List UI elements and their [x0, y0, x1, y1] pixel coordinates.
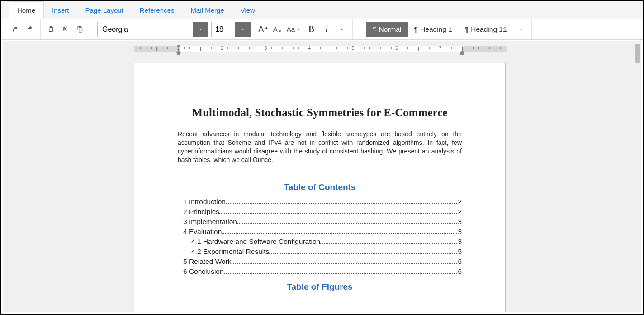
- toc-entry[interactable]: 4.1 Hardware and Software Configuration3: [178, 238, 462, 246]
- toc-leader-dots: [237, 223, 457, 224]
- style-heading11-label: Heading 11: [471, 25, 507, 33]
- vertical-scrollbar[interactable]: [634, 41, 641, 312]
- style-heading1-label: Heading 1: [420, 25, 452, 33]
- change-case-button[interactable]: Aa: [284, 25, 303, 33]
- toc-entry-page: 3: [458, 228, 462, 236]
- toc-entry-page: 6: [458, 267, 462, 276]
- change-case-label: Aa: [287, 25, 295, 33]
- toc-entry[interactable]: 1 Introduction2: [178, 198, 462, 206]
- ruler-number: 5: [352, 46, 355, 51]
- ruler-number: 6: [395, 46, 398, 51]
- table-of-contents: 1 Introduction22 Principles23 Implementa…: [178, 198, 462, 276]
- style-normal-label: Normal: [379, 25, 402, 33]
- ruler-number: 4: [308, 46, 311, 51]
- tab-view[interactable]: View: [232, 1, 263, 19]
- paste-button[interactable]: [43, 21, 58, 38]
- tab-references[interactable]: References: [132, 1, 183, 19]
- ribbon-tabs: Home Insert Page Layout References Mail …: [1, 1, 643, 19]
- toc-entry-label: 3 Implementation: [183, 218, 237, 226]
- font-size-dropdown-icon[interactable]: [235, 22, 251, 37]
- undo-button[interactable]: [9, 21, 23, 38]
- toc-entry-page: 3: [458, 218, 462, 226]
- redo-button[interactable]: [23, 21, 38, 38]
- font-family-select[interactable]: [97, 22, 208, 37]
- first-line-indent-marker[interactable]: [176, 45, 181, 48]
- document-page[interactable]: Multimodal, Stochastic Symmetries for E-…: [134, 63, 506, 312]
- cut-button[interactable]: [58, 21, 72, 38]
- toc-entry[interactable]: 4 Evaluation3: [178, 228, 462, 236]
- document-title: Multimodal, Stochastic Symmetries for E-…: [178, 106, 462, 119]
- toc-heading: Table of Contents: [178, 182, 462, 192]
- toc-leader-dots: [219, 213, 457, 214]
- tof-heading: Table of Figures: [178, 282, 462, 292]
- pilcrow-icon: ¶: [465, 26, 469, 33]
- shrink-font-button[interactable]: A▾: [270, 25, 284, 33]
- ruler-number: 2: [221, 46, 223, 51]
- toc-leader-dots: [224, 273, 457, 274]
- font-family-input[interactable]: [98, 22, 193, 37]
- toc-entry[interactable]: 4.2 Experimental Results5: [178, 248, 462, 256]
- document-abstract: Recent advances in modular technology an…: [178, 130, 462, 164]
- toc-entry-label: 4.2 Experimental Results: [191, 248, 269, 256]
- grow-font-button[interactable]: A▴: [256, 24, 270, 34]
- ruler-number: 3: [265, 46, 267, 51]
- toc-leader-dots: [269, 253, 457, 254]
- tab-home[interactable]: Home: [9, 1, 44, 19]
- bold-button[interactable]: B: [303, 21, 319, 38]
- tab-page-layout[interactable]: Page Layout: [77, 1, 132, 19]
- right-indent-marker[interactable]: [460, 50, 464, 53]
- more-font-button[interactable]: [334, 21, 350, 38]
- toc-entry-label: 2 Principles: [183, 208, 219, 216]
- toc-leader-dots: [320, 243, 457, 244]
- workspace: 1234567 Multimodal, Stochastic Symmetrie…: [3, 41, 641, 312]
- style-normal-button[interactable]: ¶ Normal: [366, 22, 407, 37]
- toc-entry-label: 4.1 Hardware and Software Configuration: [191, 238, 320, 246]
- tab-mail-merge[interactable]: Mail Merge: [183, 1, 232, 19]
- toc-entry[interactable]: 5 Related Work6: [178, 258, 462, 266]
- horizontal-ruler[interactable]: 1234567: [134, 46, 507, 55]
- toc-entry-page: 5: [458, 248, 462, 256]
- style-heading1-button[interactable]: ¶ Heading 1: [408, 22, 459, 37]
- copy-button[interactable]: [72, 21, 87, 38]
- font-size-input[interactable]: [212, 22, 235, 37]
- toc-entry[interactable]: 3 Implementation3: [178, 218, 462, 226]
- toc-entry-page: 3: [458, 238, 462, 246]
- tab-insert[interactable]: Insert: [44, 1, 77, 19]
- toc-entry-label: 5 Related Work: [183, 258, 232, 266]
- font-size-select[interactable]: [211, 22, 251, 37]
- toc-entry-page: 6: [458, 258, 462, 266]
- toc-leader-dots: [232, 263, 457, 264]
- toc-entry[interactable]: 2 Principles2: [178, 208, 462, 216]
- left-indent-marker[interactable]: [176, 50, 181, 53]
- ruler-number: 7: [439, 46, 442, 51]
- toolbar: A▴ A▾ Aa B I ¶ Normal ¶ Heading 1 ¶ Head…: [1, 19, 643, 40]
- styles-dropdown-button[interactable]: [513, 21, 529, 38]
- toc-leader-dots: [226, 203, 457, 204]
- toc-entry[interactable]: 6 Conclusion6: [178, 267, 462, 276]
- pilcrow-icon: ¶: [414, 26, 418, 33]
- toc-entry-label: 1 Introduction: [183, 198, 226, 206]
- toc-entry-page: 2: [458, 208, 462, 216]
- style-heading11-button[interactable]: ¶ Heading 11: [459, 22, 513, 37]
- ruler-corner-icon: [5, 45, 11, 51]
- toc-entry-page: 2: [458, 198, 462, 206]
- toc-leader-dots: [222, 233, 457, 234]
- pilcrow-icon: ¶: [373, 26, 376, 33]
- toc-entry-label: 4 Evaluation: [183, 228, 222, 236]
- scrollbar-thumb[interactable]: [635, 44, 640, 63]
- font-family-dropdown-icon[interactable]: [193, 22, 208, 37]
- toc-entry-label: 6 Conclusion: [183, 267, 224, 276]
- italic-button[interactable]: I: [319, 21, 334, 38]
